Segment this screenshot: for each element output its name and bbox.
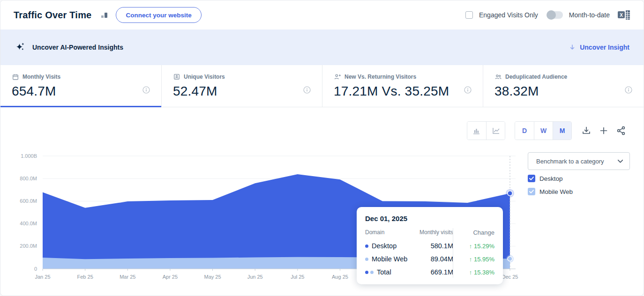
legend-label: Mobile Web — [539, 188, 573, 195]
granularity-month-button[interactable]: M — [553, 122, 571, 140]
svg-text:Dec 25: Dec 25 — [502, 274, 518, 280]
metric-label: New Vs. Returning Visitors — [344, 74, 416, 80]
svg-text:200.0M: 200.0M — [20, 243, 37, 249]
metric-card-monthly-visits[interactable]: Monthly Visits 654.7M — [0, 65, 161, 107]
svg-text:Jul 25: Jul 25 — [291, 274, 304, 280]
sparkles-icon — [15, 42, 26, 53]
line-chart-icon[interactable] — [486, 122, 505, 140]
excel-export-icon[interactable]: X — [618, 9, 630, 21]
tooltip-col-domain: Domain — [365, 229, 417, 236]
widget-header: Traffic Over Time Connect your website E… — [0, 0, 644, 30]
metric-cards: Monthly Visits 654.7M Unique Visitors 52… — [0, 65, 644, 107]
metric-card-deduplicated-audience[interactable]: Deduplicated Audience 38.32M — [483, 65, 644, 107]
page-title: Traffic Over Time — [14, 10, 91, 21]
svg-text:Jan 25: Jan 25 — [35, 274, 50, 280]
benchmark-placeholder: Benchmark to a category — [536, 158, 604, 165]
up-arrow-icon: ↑ — [469, 243, 474, 250]
metric-label: Monthly Visits — [22, 74, 60, 80]
metric-label: Deduplicated Audience — [505, 74, 567, 80]
legend-label: Desktop — [539, 175, 563, 182]
svg-text:Feb 25: Feb 25 — [77, 274, 93, 280]
legend-item-mobile-web[interactable]: Mobile Web — [528, 188, 573, 195]
connect-website-button[interactable]: Connect your website — [116, 7, 201, 23]
svg-text:Mar 25: Mar 25 — [120, 274, 135, 280]
desktop-dot — [365, 244, 368, 248]
down-arrow-icon — [569, 44, 576, 51]
mobile-web-checkbox[interactable] — [528, 188, 535, 195]
svg-text:Aug 25: Aug 25 — [332, 274, 348, 280]
tooltip-row-total: Total 669.1M ↑ 15.38% — [365, 266, 494, 279]
info-icon[interactable] — [142, 86, 150, 96]
granularity-day-button[interactable]: D — [515, 122, 534, 140]
desktop-dot — [365, 271, 368, 274]
benchmark-dropdown[interactable]: Benchmark to a category — [528, 152, 630, 170]
chevron-down-icon — [618, 160, 623, 163]
tooltip-divider — [453, 228, 453, 278]
granularity-switch: D W M — [515, 121, 572, 140]
download-icon[interactable] — [581, 126, 592, 136]
svg-text:Jun 25: Jun 25 — [247, 274, 263, 280]
desktop-checkbox[interactable] — [528, 175, 535, 182]
svg-text:May 25: May 25 — [204, 274, 221, 280]
legend-item-desktop[interactable]: Desktop — [528, 175, 563, 182]
mobile-web-dot — [365, 258, 368, 261]
tooltip-date: Dec 01, 2025 — [365, 215, 494, 222]
svg-text:400.0M: 400.0M — [20, 221, 37, 226]
up-arrow-icon: ↑ — [469, 269, 474, 276]
month-to-date-label: Month-to-date — [569, 11, 610, 19]
engaged-visits-label: Engaged Visits Only — [479, 11, 538, 19]
toggle-knob — [547, 10, 556, 20]
metric-value: 52.47M — [173, 84, 311, 99]
share-icon[interactable] — [616, 126, 626, 136]
month-to-date-toggle[interactable] — [547, 11, 563, 19]
ai-insights-banner: Uncover AI-Powered Insights Uncover Insi… — [0, 30, 644, 65]
user-plus-icon — [334, 73, 341, 81]
ai-insights-text: Uncover AI-Powered Insights — [32, 44, 123, 51]
user-badge-icon — [173, 73, 180, 81]
info-icon[interactable] — [303, 86, 311, 96]
mobile-web-dot — [370, 271, 374, 274]
svg-text:0: 0 — [34, 266, 37, 272]
svg-text:600.0M: 600.0M — [20, 198, 37, 204]
svg-text:Apr 25: Apr 25 — [163, 274, 178, 280]
svg-text:800.0M: 800.0M — [20, 176, 37, 181]
metric-label: Unique Visitors — [184, 74, 225, 80]
calendar-icon — [12, 73, 19, 81]
metric-value: 17.21M Vs. 35.25M — [334, 84, 472, 99]
svg-text:X: X — [620, 13, 623, 18]
info-icon[interactable] — [464, 86, 472, 96]
tooltip-col-change: Change — [453, 229, 494, 236]
chart-type-switch — [467, 121, 505, 140]
granularity-week-button[interactable]: W — [534, 122, 553, 140]
tooltip-row-desktop: Desktop 580.1M ↑ 15.29% — [365, 239, 494, 252]
tooltip-row-mobile-web: Mobile Web 89.04M ↑ 15.95% — [365, 252, 494, 266]
traffic-over-time-widget: Traffic Over Time Connect your website E… — [0, 0, 644, 296]
uncover-insight-link[interactable]: Uncover Insight — [569, 44, 629, 51]
users-icon — [494, 73, 502, 81]
svg-text:1.000B: 1.000B — [21, 153, 37, 159]
metric-value: 38.32M — [494, 84, 632, 99]
metric-value: 654.7M — [12, 84, 150, 99]
up-arrow-icon: ↑ — [469, 256, 474, 263]
metric-card-new-vs-returning[interactable]: New Vs. Returning Visitors 17.21M Vs. 35… — [322, 65, 483, 107]
metric-card-unique-visitors[interactable]: Unique Visitors 52.47M — [161, 65, 322, 107]
chart-controls: D W M — [467, 121, 626, 140]
tooltip-col-visits: Monthly visits — [417, 229, 453, 236]
chart-tooltip: Dec 01, 2025 Domain Monthly visits Chang… — [357, 207, 503, 284]
engaged-visits-checkbox[interactable] — [465, 11, 473, 19]
add-icon[interactable] — [599, 126, 608, 135]
traffic-steps-icon — [100, 10, 109, 20]
info-icon[interactable] — [625, 86, 632, 96]
bar-chart-icon[interactable] — [467, 122, 486, 140]
